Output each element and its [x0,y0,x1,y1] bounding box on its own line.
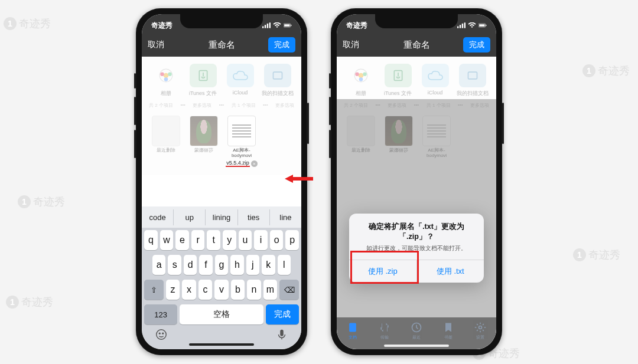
done-button[interactable]: 完成 [463,37,490,53]
suggestion[interactable]: up [174,209,206,225]
key-s[interactable]: s [168,255,181,275]
carrier-label: 奇迹秀 [346,21,367,31]
key-p[interactable]: p [285,230,299,250]
key-space[interactable]: 空格 [180,304,263,324]
svg-rect-21 [462,24,463,28]
tab-settings[interactable]: 设置 [474,322,486,340]
key-n[interactable]: n [247,280,261,300]
suggestion[interactable]: line [270,209,301,225]
location-scanned[interactable]: 我的扫描文档 [261,64,294,97]
location-scanned[interactable]: 我的扫描文档 [455,64,489,97]
emoji-icon[interactable] [155,328,168,341]
svg-point-8 [163,73,168,78]
wifi-icon [273,22,281,28]
key-a[interactable]: a [152,255,165,275]
notch [180,14,263,28]
battery-icon [479,22,487,28]
clear-icon[interactable]: × [251,160,258,167]
key-z[interactable]: z [166,280,180,300]
svg-point-10 [168,73,172,76]
mic-icon[interactable] [275,328,288,341]
svg-rect-33 [349,323,356,332]
key-m[interactable]: m [263,280,277,300]
svg-marker-18 [285,175,313,183]
file-ae-script[interactable]: AE脚本-bodymovi v5.5.4.zip × [224,116,259,167]
key-c[interactable]: c [198,280,212,300]
location-row: 相册 iTunes 文件 iCloud 我的扫描文档 [340,61,493,102]
tab-bar: 文档 传输 最近 书签 设置 [337,317,496,349]
key-shift[interactable]: ⇧ [144,280,164,300]
key-y[interactable]: y [223,230,236,250]
svg-rect-17 [280,330,284,336]
key-r[interactable]: r [191,230,205,250]
file-recently-deleted[interactable]: 最近删除 [149,116,183,167]
done-button[interactable]: 完成 [268,37,295,53]
keyboard-suggestions: code up lining ties line [142,206,301,228]
navbar: 取消 重命名 完成 [337,33,496,57]
key-e[interactable]: e [175,230,189,250]
rename-input[interactable]: v5.5.4.zip × [226,160,258,167]
key-k[interactable]: k [262,255,275,275]
svg-point-16 [162,333,164,334]
svg-rect-5 [284,24,289,27]
key-l[interactable]: l [278,255,291,275]
annotation-highlight [350,251,419,284]
svg-rect-19 [457,27,458,28]
suggestion[interactable]: ties [238,209,270,225]
notch [375,14,458,28]
svg-rect-0 [262,27,263,28]
key-done[interactable]: 完成 [266,304,299,324]
location-itunes[interactable]: iTunes 文件 [186,64,220,97]
key-backspace[interactable]: ⌫ [279,280,299,300]
svg-point-30 [359,77,363,81]
key-123[interactable]: 123 [144,304,177,324]
navbar: 取消 重命名 完成 [142,33,301,57]
cancel-button[interactable]: 取消 [148,40,164,50]
key-x[interactable]: x [182,280,196,300]
suggestion[interactable]: code [142,209,174,225]
key-j[interactable]: j [246,255,259,275]
navbar-title: 重命名 [403,40,430,51]
annotation-arrow [285,175,313,183]
meta-row: 共 2 个项目•••更多选项 •••共 1 个项目•••更多选项 [145,102,298,112]
key-h[interactable]: h [230,255,243,275]
svg-point-28 [355,73,359,76]
key-w[interactable]: w [160,230,174,250]
key-d[interactable]: d [184,255,197,275]
svg-rect-1 [265,25,266,28]
key-t[interactable]: t [207,230,220,250]
svg-point-11 [164,77,168,81]
location-row: 相册 iTunes 文件 iCloud 我的扫描文档 [145,61,298,102]
location-photos[interactable]: 相册 [344,64,377,97]
tab-transfer[interactable]: 传输 [379,322,390,340]
dialog-use-txt-button[interactable]: 使用 .txt [417,260,484,283]
svg-point-14 [157,330,167,340]
tab-bookmarks[interactable]: 书签 [442,322,454,340]
location-icloud[interactable]: iCloud [418,64,452,97]
signal-icon [262,22,271,28]
location-icloud[interactable]: iCloud [223,64,257,97]
svg-point-15 [159,333,160,334]
home-indicator[interactable] [384,345,449,347]
location-photos[interactable]: 相册 [149,64,183,97]
tab-documents[interactable]: 文档 [347,322,359,340]
file-mona-lisa[interactable]: 蒙娜丽莎 [187,116,221,167]
svg-point-27 [358,73,363,78]
key-u[interactable]: u [239,230,252,250]
wifi-icon [468,22,476,28]
home-indicator[interactable] [189,343,254,346]
carrier-label: 奇迹秀 [151,21,172,31]
cancel-button[interactable]: 取消 [343,40,359,50]
tab-recent[interactable]: 最近 [411,322,422,340]
key-q[interactable]: q [144,230,158,250]
key-b[interactable]: b [231,280,245,300]
dialog-title: 确定将扩展名「.txt」更改为「.zip」？ [357,222,476,242]
key-o[interactable]: o [270,230,284,250]
key-f[interactable]: f [199,255,212,275]
svg-rect-13 [273,72,282,79]
key-i[interactable]: i [254,230,268,250]
location-itunes[interactable]: iTunes 文件 [381,64,415,97]
suggestion[interactable]: lining [206,209,237,225]
key-v[interactable]: v [214,280,228,300]
key-g[interactable]: g [215,255,228,275]
